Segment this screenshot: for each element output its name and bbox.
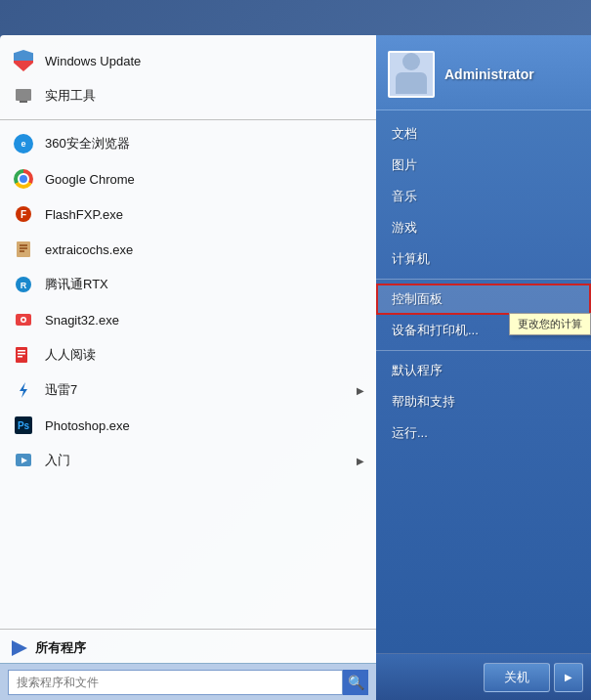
svg-rect-4 [17, 241, 30, 257]
program-label-extraicochs: extraicochs.exe [45, 242, 364, 257]
right-item-computer[interactable]: 计算机 [376, 243, 591, 275]
start-menu: Windows Update 实用工具 e 360安全浏览器 [0, 6, 591, 700]
shutdown-arrow-button[interactable]: ▶ [554, 663, 583, 692]
svg-rect-13 [16, 347, 27, 363]
shutdown-button[interactable]: 关机 [484, 663, 550, 692]
right-item-documents[interactable]: 文档 [376, 118, 591, 150]
program-item-tools[interactable]: 实用工具 [0, 78, 376, 113]
reader-icon [12, 343, 35, 367]
right-item-label-documents: 文档 [392, 125, 417, 143]
svg-text:R: R [21, 281, 27, 290]
svg-rect-1 [20, 101, 27, 103]
svg-text:Ps: Ps [18, 420, 30, 431]
program-label-reader: 人人阅读 [45, 346, 364, 364]
all-programs-label: 所有程序 [35, 639, 86, 657]
program-label-photoshop: Photoshop.exe [45, 418, 364, 433]
program-label-360: 360安全浏览器 [45, 135, 364, 153]
right-item-label-music: 音乐 [392, 188, 417, 205]
right-item-games[interactable]: 游戏 [376, 212, 591, 243]
program-item-tencent[interactable]: R 腾讯通RTX [0, 267, 376, 302]
program-item-flashfxp[interactable]: F FlashFXP.exe [0, 197, 376, 232]
right-divider-1 [376, 279, 591, 280]
program-label-tencent: 腾讯通RTX [45, 276, 364, 293]
svg-text:F: F [21, 209, 26, 220]
intro-icon [12, 449, 35, 472]
search-input[interactable] [8, 670, 343, 695]
right-menu-items: 文档 图片 音乐 游戏 计算机 控制面板 更改您的计算 设备和打印机... [376, 110, 591, 653]
divider-2 [0, 629, 376, 630]
programs-list: Windows Update 实用工具 e 360安全浏览器 [0, 35, 376, 623]
right-item-label-default-programs: 默认程序 [392, 362, 443, 379]
chrome-icon [12, 167, 35, 191]
user-name: Administrator [444, 66, 534, 82]
program-item-windows-update[interactable]: Windows Update [0, 43, 376, 78]
svg-point-12 [22, 319, 25, 322]
svg-rect-0 [16, 89, 31, 101]
right-item-music[interactable]: 音乐 [376, 181, 591, 212]
program-item-intro[interactable]: 入门 ▶ [0, 443, 376, 478]
program-label-tools: 实用工具 [45, 87, 364, 105]
intro-arrow: ▶ [357, 456, 364, 466]
program-label-windows-update: Windows Update [45, 54, 364, 68]
right-item-default-programs[interactable]: 默认程序 [376, 355, 591, 386]
360-icon: e [12, 132, 35, 155]
photoshop-icon: Ps [12, 414, 35, 437]
flashfxp-icon: F [12, 202, 35, 226]
svg-marker-17 [20, 382, 27, 398]
all-programs-item[interactable]: 所有程序 [0, 635, 376, 663]
right-item-label-games: 游戏 [392, 219, 417, 237]
windows-update-icon [12, 49, 35, 72]
program-item-extraicochs[interactable]: extraicochs.exe [0, 232, 376, 267]
left-panel: Windows Update 实用工具 e 360安全浏览器 [0, 35, 376, 700]
thunder-arrow: ▶ [357, 385, 364, 396]
program-label-intro: 入门 [45, 452, 357, 469]
all-programs-arrow-icon [12, 640, 27, 656]
svg-rect-14 [18, 350, 25, 352]
right-item-label-pictures: 图片 [392, 156, 417, 174]
right-item-label-control-panel: 控制面板 [392, 290, 443, 308]
right-item-help[interactable]: 帮助和支持 [376, 386, 591, 417]
tencent-icon: R [12, 273, 35, 296]
svg-rect-15 [18, 353, 25, 355]
user-area: Administrator [376, 35, 591, 110]
extraicochs-icon [12, 238, 35, 261]
program-item-reader[interactable]: 人人阅读 [0, 337, 376, 372]
program-item-chrome[interactable]: Google Chrome [0, 161, 376, 197]
program-label-chrome: Google Chrome [45, 172, 364, 187]
right-item-label-devices: 设备和打印机... [392, 322, 479, 339]
right-item-label-computer: 计算机 [392, 250, 430, 268]
right-panel: Administrator 文档 图片 音乐 游戏 计算机 控制面板 [376, 35, 591, 700]
avatar [388, 51, 435, 98]
program-label-thunder: 迅雷7 [45, 381, 357, 399]
program-label-flashfxp: FlashFXP.exe [45, 207, 364, 222]
program-item-360[interactable]: e 360安全浏览器 [0, 126, 376, 161]
right-item-pictures[interactable]: 图片 [376, 150, 591, 181]
shutdown-bar: 关机 ▶ [376, 653, 591, 700]
svg-rect-16 [18, 356, 22, 358]
program-item-snagit[interactable]: Snagit32.exe [0, 302, 376, 337]
right-item-label-run: 运行... [392, 424, 428, 442]
search-button[interactable]: 🔍 [343, 670, 368, 695]
search-bar: 🔍 [0, 663, 376, 700]
divider-1 [0, 119, 376, 120]
program-label-snagit: Snagit32.exe [45, 313, 364, 328]
right-item-run[interactable]: 运行... [376, 417, 591, 449]
thunder-icon [12, 378, 35, 402]
right-divider-2 [376, 350, 591, 351]
snagit-icon [12, 308, 35, 331]
program-item-thunder[interactable]: 迅雷7 ▶ [0, 372, 376, 408]
control-panel-tooltip: 更改您的计算 [509, 313, 591, 335]
program-item-photoshop[interactable]: Ps Photoshop.exe [0, 408, 376, 443]
right-item-label-help: 帮助和支持 [392, 393, 455, 411]
tools-icon [12, 84, 35, 108]
right-item-control-panel[interactable]: 控制面板 更改您的计算 [376, 284, 591, 315]
